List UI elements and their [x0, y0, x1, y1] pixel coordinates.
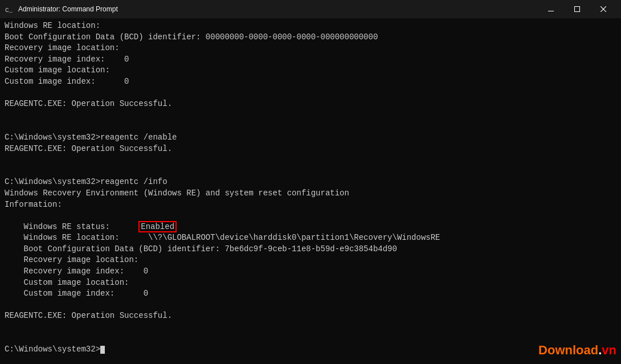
line-14 — [5, 166, 616, 177]
window-title: Administrator: Command Prompt — [18, 5, 118, 13]
svg-rect-2 — [548, 11, 554, 11]
line-21: Boot Configuration Data (BCD) identifier… — [5, 244, 616, 255]
title-bar: C_ Administrator: Command Prompt — [0, 0, 621, 18]
line-3: Recovery image location: — [5, 43, 616, 54]
watermark: Download . vn — [538, 342, 616, 359]
enabled-highlight: Enabled — [138, 221, 177, 232]
line-25: Custom image index: 0 — [5, 288, 616, 300]
line-29 — [5, 333, 616, 345]
window: C_ Administrator: Command Prompt — [0, 0, 621, 364]
close-button[interactable] — [590, 0, 616, 18]
maximize-button[interactable] — [564, 0, 590, 18]
title-bar-controls — [538, 0, 616, 18]
line-28 — [5, 322, 616, 333]
line-27: REAGENTC.EXE: Operation Successful. — [5, 310, 616, 322]
line-13 — [5, 154, 616, 166]
cursor — [100, 346, 105, 354]
line-7 — [5, 88, 616, 99]
watermark-vn: vn — [602, 342, 616, 359]
line-18 — [5, 210, 616, 222]
line-1: Windows RE location: — [5, 21, 616, 32]
line-17: Information: — [5, 199, 616, 211]
line-10 — [5, 121, 616, 132]
line-12: REAGENTC.EXE: Operation Successful. — [5, 144, 616, 155]
console-body: Windows RE location: Boot Configuration … — [0, 18, 621, 364]
svg-text:C_: C_ — [5, 7, 13, 14]
title-bar-left: C_ Administrator: Command Prompt — [5, 5, 118, 14]
svg-rect-3 — [575, 7, 580, 12]
line-16: Windows Recovery Environment (Windows RE… — [5, 188, 616, 199]
cmd-icon: C_ — [5, 5, 14, 14]
line-30: C:\Windows\system32> — [5, 344, 616, 355]
line-11: C:\Windows\system32>reagentc /enable — [5, 132, 616, 144]
line-4: Recovery image index: 0 — [5, 54, 616, 66]
line-22: Recovery image location: — [5, 255, 616, 266]
line-19: Windows RE status: Enabled — [5, 222, 616, 233]
line-23: Recovery image index: 0 — [5, 266, 616, 277]
watermark-download: Download — [538, 342, 598, 359]
line-9 — [5, 110, 616, 121]
line-5: Custom image location: — [5, 65, 616, 76]
line-2: Boot Configuration Data (BCD) identifier… — [5, 32, 616, 43]
line-15: C:\Windows\system32>reagentc /info — [5, 177, 616, 188]
line-8: REAGENTC.EXE: Operation Successful. — [5, 99, 616, 110]
line-24: Custom image location: — [5, 277, 616, 289]
line-6: Custom image index: 0 — [5, 76, 616, 88]
minimize-button[interactable] — [538, 0, 564, 18]
console-content: Windows RE location: Boot Configuration … — [5, 21, 616, 355]
line-26 — [5, 300, 616, 311]
line-20: Windows RE location: \\?\GLOBALROOT\devi… — [5, 232, 616, 244]
